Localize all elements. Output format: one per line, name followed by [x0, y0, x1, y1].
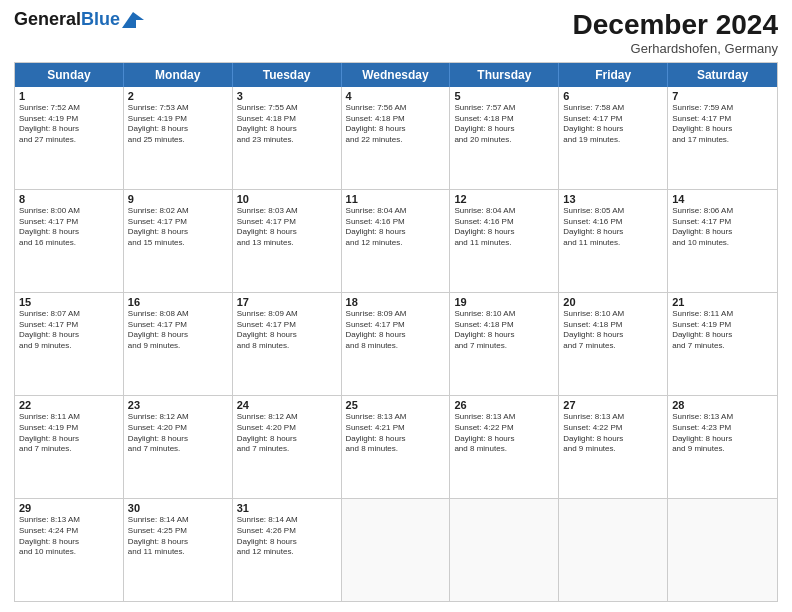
cell-line: and 13 minutes.	[237, 238, 337, 249]
day-number: 29	[19, 502, 119, 514]
cell-line: Sunset: 4:18 PM	[237, 114, 337, 125]
day-number: 17	[237, 296, 337, 308]
logo-text: GeneralBlue	[14, 10, 120, 28]
cell-line: Sunset: 4:24 PM	[19, 526, 119, 537]
cell-line: Sunset: 4:17 PM	[237, 217, 337, 228]
cell-line: and 9 minutes.	[19, 341, 119, 352]
cell-line: Sunrise: 8:14 AM	[128, 515, 228, 526]
cell-line: Sunrise: 8:13 AM	[346, 412, 446, 423]
cell-line: Sunrise: 8:02 AM	[128, 206, 228, 217]
day-number: 14	[672, 193, 773, 205]
calendar-header: SundayMondayTuesdayWednesdayThursdayFrid…	[15, 63, 777, 87]
cell-line: Sunrise: 7:56 AM	[346, 103, 446, 114]
logo-icon	[122, 12, 144, 28]
cell-line: Sunset: 4:26 PM	[237, 526, 337, 537]
cell-line: Sunset: 4:22 PM	[563, 423, 663, 434]
header-day-wednesday: Wednesday	[342, 63, 451, 87]
day-number: 23	[128, 399, 228, 411]
day-cell-19: 19Sunrise: 8:10 AMSunset: 4:18 PMDayligh…	[450, 293, 559, 395]
cell-line: and 8 minutes.	[346, 444, 446, 455]
cell-line: Sunset: 4:16 PM	[454, 217, 554, 228]
day-cell-14: 14Sunrise: 8:06 AMSunset: 4:17 PMDayligh…	[668, 190, 777, 292]
cell-line: Sunrise: 8:09 AM	[346, 309, 446, 320]
cell-line: Daylight: 8 hours	[237, 124, 337, 135]
cell-line: and 12 minutes.	[237, 547, 337, 558]
header-day-friday: Friday	[559, 63, 668, 87]
cell-line: and 17 minutes.	[672, 135, 773, 146]
cell-line: Daylight: 8 hours	[19, 434, 119, 445]
day-cell-5: 5Sunrise: 7:57 AMSunset: 4:18 PMDaylight…	[450, 87, 559, 189]
day-cell-29: 29Sunrise: 8:13 AMSunset: 4:24 PMDayligh…	[15, 499, 124, 601]
day-number: 27	[563, 399, 663, 411]
day-cell-4: 4Sunrise: 7:56 AMSunset: 4:18 PMDaylight…	[342, 87, 451, 189]
day-cell-15: 15Sunrise: 8:07 AMSunset: 4:17 PMDayligh…	[15, 293, 124, 395]
day-number: 4	[346, 90, 446, 102]
day-number: 13	[563, 193, 663, 205]
cell-line: Sunrise: 8:04 AM	[346, 206, 446, 217]
title-block: December 2024 Gerhardshofen, Germany	[573, 10, 778, 56]
day-cell-23: 23Sunrise: 8:12 AMSunset: 4:20 PMDayligh…	[124, 396, 233, 498]
cell-line: and 22 minutes.	[346, 135, 446, 146]
cell-line: and 10 minutes.	[672, 238, 773, 249]
cell-line: Sunrise: 8:11 AM	[672, 309, 773, 320]
day-cell-10: 10Sunrise: 8:03 AMSunset: 4:17 PMDayligh…	[233, 190, 342, 292]
cell-line: Sunrise: 8:05 AM	[563, 206, 663, 217]
cell-line: and 27 minutes.	[19, 135, 119, 146]
cell-line: Daylight: 8 hours	[19, 330, 119, 341]
cell-line: Sunset: 4:18 PM	[454, 114, 554, 125]
cell-line: Daylight: 8 hours	[346, 227, 446, 238]
day-cell-24: 24Sunrise: 8:12 AMSunset: 4:20 PMDayligh…	[233, 396, 342, 498]
cell-line: Sunrise: 7:58 AM	[563, 103, 663, 114]
cell-line: Sunset: 4:16 PM	[563, 217, 663, 228]
cell-line: Sunset: 4:19 PM	[672, 320, 773, 331]
cell-line: Daylight: 8 hours	[454, 330, 554, 341]
day-number: 8	[19, 193, 119, 205]
day-number: 11	[346, 193, 446, 205]
header-day-tuesday: Tuesday	[233, 63, 342, 87]
day-number: 12	[454, 193, 554, 205]
calendar-row-4: 22Sunrise: 8:11 AMSunset: 4:19 PMDayligh…	[15, 396, 777, 499]
cell-line: Sunset: 4:16 PM	[346, 217, 446, 228]
cell-line: and 9 minutes.	[563, 444, 663, 455]
cell-line: Sunrise: 7:55 AM	[237, 103, 337, 114]
cell-line: Daylight: 8 hours	[128, 434, 228, 445]
logo-blue: Blue	[81, 9, 120, 29]
day-cell-8: 8Sunrise: 8:00 AMSunset: 4:17 PMDaylight…	[15, 190, 124, 292]
cell-line: Sunrise: 8:08 AM	[128, 309, 228, 320]
cell-line: Sunset: 4:22 PM	[454, 423, 554, 434]
cell-line: Sunrise: 8:03 AM	[237, 206, 337, 217]
cell-line: and 25 minutes.	[128, 135, 228, 146]
cell-line: and 9 minutes.	[128, 341, 228, 352]
cell-line: Sunset: 4:18 PM	[454, 320, 554, 331]
cell-line: Daylight: 8 hours	[454, 124, 554, 135]
cell-line: Daylight: 8 hours	[19, 227, 119, 238]
day-cell-26: 26Sunrise: 8:13 AMSunset: 4:22 PMDayligh…	[450, 396, 559, 498]
day-cell-9: 9Sunrise: 8:02 AMSunset: 4:17 PMDaylight…	[124, 190, 233, 292]
location: Gerhardshofen, Germany	[573, 41, 778, 56]
cell-line: and 10 minutes.	[19, 547, 119, 558]
cell-line: Sunset: 4:17 PM	[128, 217, 228, 228]
header-day-monday: Monday	[124, 63, 233, 87]
day-cell-11: 11Sunrise: 8:04 AMSunset: 4:16 PMDayligh…	[342, 190, 451, 292]
day-cell-20: 20Sunrise: 8:10 AMSunset: 4:18 PMDayligh…	[559, 293, 668, 395]
logo-general: General	[14, 9, 81, 29]
cell-line: Daylight: 8 hours	[19, 537, 119, 548]
cell-line: Sunset: 4:17 PM	[19, 320, 119, 331]
day-cell-18: 18Sunrise: 8:09 AMSunset: 4:17 PMDayligh…	[342, 293, 451, 395]
day-number: 6	[563, 90, 663, 102]
cell-line: Daylight: 8 hours	[128, 537, 228, 548]
cell-line: and 8 minutes.	[454, 444, 554, 455]
day-number: 1	[19, 90, 119, 102]
empty-cell	[342, 499, 451, 601]
cell-line: and 19 minutes.	[563, 135, 663, 146]
day-cell-3: 3Sunrise: 7:55 AMSunset: 4:18 PMDaylight…	[233, 87, 342, 189]
day-cell-28: 28Sunrise: 8:13 AMSunset: 4:23 PMDayligh…	[668, 396, 777, 498]
cell-line: and 11 minutes.	[128, 547, 228, 558]
day-number: 3	[237, 90, 337, 102]
cell-line: Daylight: 8 hours	[128, 124, 228, 135]
cell-line: and 11 minutes.	[563, 238, 663, 249]
cell-line: and 7 minutes.	[19, 444, 119, 455]
day-cell-7: 7Sunrise: 7:59 AMSunset: 4:17 PMDaylight…	[668, 87, 777, 189]
empty-cell	[450, 499, 559, 601]
day-cell-22: 22Sunrise: 8:11 AMSunset: 4:19 PMDayligh…	[15, 396, 124, 498]
